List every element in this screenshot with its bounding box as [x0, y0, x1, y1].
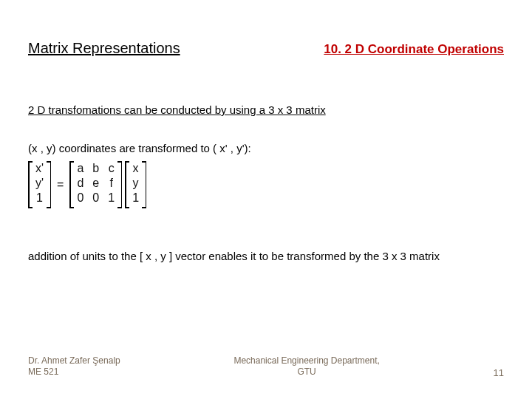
lhs-1: y'	[35, 177, 44, 192]
slide-footer: Dr. Ahmet Zafer Şenalp ME 521 Mechanical…	[0, 355, 532, 378]
m-01: b	[92, 163, 99, 177]
footer-author: Dr. Ahmet Zafer Şenalp	[28, 355, 120, 367]
vector-lhs: x' y' 1	[28, 161, 51, 208]
rhs-2: 1	[132, 192, 139, 207]
matrix-3x3: a b c d e f 0 0 1	[69, 161, 122, 208]
m-21: 0	[92, 192, 99, 207]
footer-left: Dr. Ahmet Zafer Şenalp ME 521	[28, 355, 120, 378]
slide-header: Matrix Representations 10. 2 D Coordinat…	[0, 40, 532, 57]
body-text-2: (x , y) coordinates are transformed to (…	[28, 142, 251, 154]
vector-rhs: x y 1	[125, 161, 146, 208]
title-left: Matrix Representations	[28, 40, 180, 57]
m-10: d	[77, 177, 83, 192]
m-22: 1	[108, 192, 115, 207]
m-00: a	[77, 163, 83, 177]
footer-course: ME 521	[28, 366, 120, 378]
rhs-1: y	[132, 177, 139, 192]
matrix-equation: x' y' 1 = a b c d e f 0 0 1 x y 1	[28, 161, 146, 208]
title-right: 10. 2 D Coordinate Operations	[324, 42, 504, 57]
rhs-0: x	[132, 163, 139, 177]
lhs-0: x'	[35, 163, 44, 177]
m-02: c	[108, 163, 115, 177]
m-12: f	[108, 177, 115, 192]
footer-dept1: Mechanical Engineering Department,	[120, 355, 494, 367]
page-number: 11	[494, 367, 504, 378]
footer-dept2: GTU	[120, 366, 494, 378]
equals-sign: =	[54, 178, 66, 191]
body-text-1: 2 D transfomations can be conducted by u…	[28, 103, 326, 116]
m-11: e	[92, 177, 99, 192]
m-20: 0	[77, 192, 83, 207]
body-text-3: addition of units to the [ x , y ] vecto…	[28, 250, 440, 262]
lhs-2: 1	[35, 192, 44, 207]
footer-center: Mechanical Engineering Department, GTU	[120, 355, 494, 378]
